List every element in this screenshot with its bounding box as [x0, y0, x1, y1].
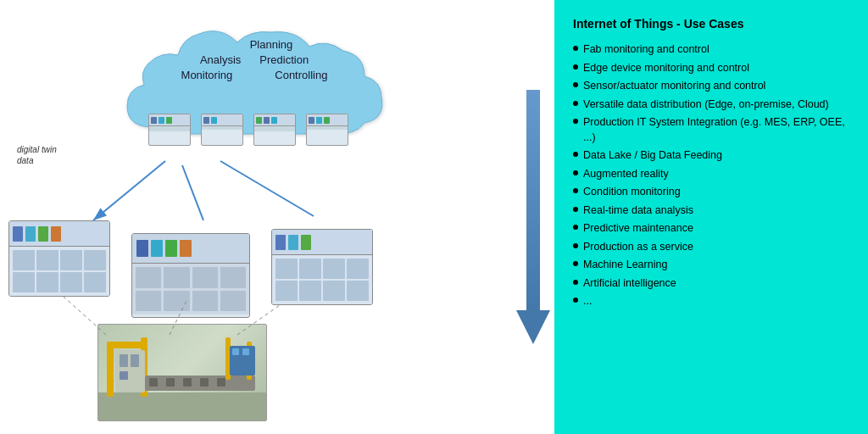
- cloud-shape-container: Planning Analysis Prediction Monitoring …: [102, 8, 407, 170]
- arrow-shaft: [526, 90, 540, 310]
- use-case-text: Machine Learning: [583, 258, 667, 273]
- use-case-item: Edge device monitoring and control: [573, 61, 849, 76]
- cloud-device-3: [253, 114, 296, 146]
- use-case-item: Condition monitoring: [573, 185, 849, 200]
- svg-rect-12: [183, 378, 192, 387]
- bullet-dot: [573, 46, 578, 51]
- bullet-dot: [573, 225, 578, 230]
- use-case-item: Artificial intelligence: [573, 276, 849, 292]
- use-case-text: Versatile data distribution (Edge, on-pr…: [583, 97, 829, 113]
- cell-4: [84, 250, 106, 270]
- cloud-machines: [148, 114, 348, 146]
- slot-10: [316, 117, 322, 124]
- cell-22: [299, 281, 321, 301]
- digital-twin-label: digital twin data: [17, 144, 57, 166]
- cell-2: [36, 250, 58, 270]
- cloud-word-analysis: Analysis: [200, 53, 241, 66]
- cloud-device-2: [201, 114, 243, 146]
- slot-4: [203, 117, 209, 124]
- use-case-text: Production IT System Integration (e.g. M…: [583, 115, 849, 145]
- use-case-text: ...: [583, 294, 592, 309]
- big-arrow-svg: [516, 90, 550, 344]
- use-case-item: Production as a service: [573, 240, 849, 255]
- cell-5: [13, 272, 35, 292]
- cell-8: [84, 272, 106, 292]
- cloud-device-1: [148, 114, 191, 146]
- cell-7: [60, 272, 82, 292]
- svg-rect-18: [232, 348, 239, 355]
- big-arrow-area: [512, 0, 554, 434]
- lslot-11: [301, 235, 311, 250]
- cell-16: [220, 291, 246, 312]
- lslot-9: [275, 235, 286, 250]
- large-machine-3: [271, 229, 373, 305]
- use-case-item: Fab monitoring and control: [573, 42, 849, 58]
- cell-21: [275, 281, 298, 301]
- use-case-text: Fab monitoring and control: [583, 42, 709, 58]
- svg-rect-7: [131, 354, 139, 367]
- cell-17: [275, 259, 298, 279]
- bullet-dot: [573, 188, 578, 193]
- use-case-text: Production as a service: [583, 240, 693, 255]
- cloud-word-monitoring: Monitoring: [181, 69, 233, 81]
- cloud-word-planning: Planning: [136, 38, 407, 51]
- use-case-text: Augmented reality: [583, 167, 669, 182]
- bullet-dot: [573, 261, 578, 266]
- svg-rect-10: [149, 378, 158, 387]
- lslot-1: [13, 226, 23, 242]
- svg-rect-1: [98, 392, 267, 421]
- main-container: Planning Analysis Prediction Monitoring …: [0, 0, 868, 434]
- svg-rect-11: [166, 378, 175, 387]
- machine-body-1: [9, 247, 109, 296]
- cell-20: [347, 259, 369, 279]
- slot-11: [324, 117, 330, 124]
- arrow-head: [516, 310, 550, 344]
- slot-7: [264, 117, 270, 124]
- slot-8: [271, 117, 277, 124]
- cloud-word-controlling: Controlling: [275, 69, 327, 81]
- use-case-item: Production IT System Integration (e.g. M…: [573, 115, 849, 145]
- diagram-area: Planning Analysis Prediction Monitoring …: [0, 0, 512, 434]
- lslot-10: [288, 235, 298, 250]
- cell-19: [323, 259, 345, 279]
- lslot-2: [25, 226, 36, 242]
- cell-11: [192, 267, 218, 288]
- bullet-dot: [573, 152, 578, 157]
- bullet-dot: [573, 207, 578, 212]
- bullet-dot: [573, 119, 578, 124]
- lslot-6: [151, 240, 163, 257]
- cell-24: [347, 281, 369, 301]
- svg-rect-14: [217, 378, 225, 387]
- bullet-dot: [573, 101, 578, 106]
- svg-rect-4: [107, 342, 147, 348]
- panel-title: Internet of Things - Use Cases: [573, 17, 849, 31]
- cell-3: [60, 250, 82, 270]
- use-case-text: Sensor/actuator monitoring and control: [583, 79, 765, 94]
- cell-18: [299, 259, 321, 279]
- use-case-item: Versatile data distribution (Edge, on-pr…: [573, 97, 849, 113]
- svg-rect-2: [107, 342, 114, 397]
- svg-rect-8: [120, 371, 128, 380]
- lslot-3: [38, 226, 48, 242]
- cell-9: [136, 267, 161, 288]
- industrial-svg: [98, 325, 267, 421]
- lslot-8: [180, 240, 192, 257]
- bullet-dot: [573, 243, 578, 248]
- use-case-text: Artificial intelligence: [583, 276, 676, 292]
- slot-1: [151, 117, 157, 124]
- cell-6: [36, 272, 58, 292]
- cell-10: [164, 267, 189, 288]
- use-case-item: Machine Learning: [573, 258, 849, 273]
- use-case-item: Predictive maintenance: [573, 221, 849, 236]
- use-case-text: Data Lake / Big Data Feeding: [583, 148, 722, 164]
- bottom-machines-row: [8, 220, 373, 318]
- cloud-device-4: [306, 114, 348, 146]
- large-machine-2: [131, 233, 250, 318]
- cell-15: [192, 291, 218, 312]
- lslot-4: [51, 226, 61, 242]
- bullet-dot: [573, 82, 578, 87]
- slot-9: [309, 117, 314, 124]
- use-case-item: Data Lake / Big Data Feeding: [573, 148, 849, 164]
- use-case-text: Real-time data analysis: [583, 203, 693, 219]
- use-case-item: ...: [573, 294, 849, 309]
